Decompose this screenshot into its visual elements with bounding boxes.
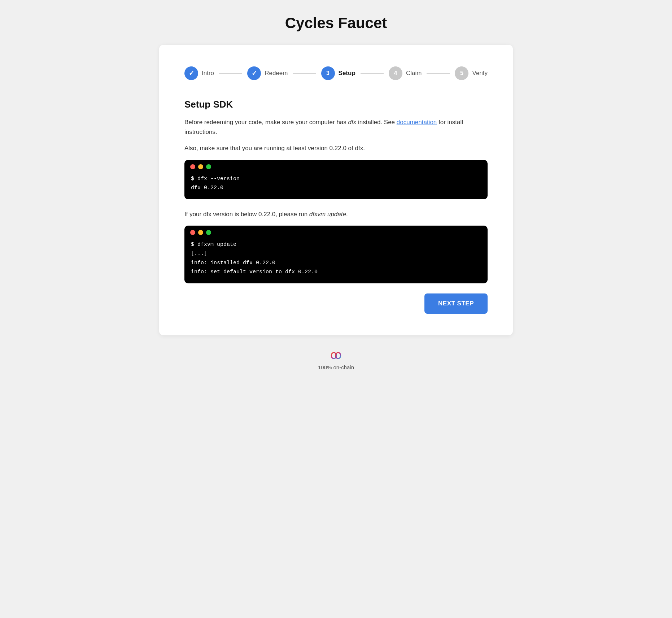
footer-tagline: 100% on-chain — [318, 364, 354, 370]
terminal-1-dot-yellow — [198, 164, 203, 169]
description-1: Before redeeming your code, make sure yo… — [184, 117, 488, 137]
step-number-setup: 3 — [326, 70, 330, 77]
step-label-redeem: Redeem — [265, 70, 288, 77]
step-circle-claim: 4 — [389, 66, 402, 80]
step-connector-4 — [427, 73, 450, 74]
terminal-2-body: $ dfxvm update [...] info: installed dfx… — [184, 239, 488, 283]
terminal-1-line-1: $ dfx --version — [191, 174, 481, 184]
step-connector-2 — [293, 73, 316, 74]
step-connector-3 — [361, 73, 384, 74]
description-3: If your dfx version is below 0.22.0, ple… — [184, 209, 488, 219]
terminal-2-line-2: [...] — [191, 249, 481, 258]
terminal-2-titlebar — [184, 226, 488, 239]
main-card: Intro Redeem 3 Setup 4 Claim — [159, 45, 513, 335]
step-connector-1 — [219, 73, 242, 74]
step-circle-setup: 3 — [321, 66, 335, 80]
description-2: Also, make sure that you are running at … — [184, 143, 488, 153]
step-label-intro: Intro — [202, 70, 214, 77]
step-label-claim: Claim — [406, 70, 422, 77]
step-intro: Intro — [184, 66, 214, 80]
step-label-verify: Verify — [472, 70, 488, 77]
desc1-before: Before redeeming your code, make sure yo… — [184, 119, 348, 126]
terminal-2-line-3: info: installed dfx 0.22.0 — [191, 258, 481, 268]
step-redeem: Redeem — [247, 66, 288, 80]
desc3-italic: dfxvm update — [309, 211, 346, 218]
step-circle-redeem — [247, 66, 261, 80]
step-verify: 5 Verify — [455, 66, 488, 80]
checkmark-icon-intro — [189, 69, 194, 77]
step-claim: 4 Claim — [389, 66, 422, 80]
desc1-italic: dfx — [348, 119, 357, 126]
terminal-2-dot-green — [206, 230, 211, 235]
step-label-setup: Setup — [339, 70, 355, 77]
desc1-after-italic: installed. See — [356, 119, 397, 126]
footer: 100% on-chain — [318, 350, 354, 370]
page-title: Cycles Faucet — [285, 14, 387, 32]
step-circle-verify: 5 — [455, 66, 468, 80]
step-setup: 3 Setup — [321, 66, 355, 80]
next-step-button[interactable]: NEXT STEP — [424, 293, 488, 314]
icp-logo — [327, 350, 345, 361]
checkmark-icon-redeem — [252, 69, 257, 77]
terminal-1-titlebar — [184, 160, 488, 173]
step-number-claim: 4 — [394, 70, 397, 77]
terminal-1: $ dfx --version dfx 0.22.0 — [184, 160, 488, 199]
step-number-verify: 5 — [460, 70, 463, 77]
step-circle-intro — [184, 66, 198, 80]
stepper: Intro Redeem 3 Setup 4 Claim — [184, 66, 488, 80]
terminal-1-dot-green — [206, 164, 211, 169]
documentation-link[interactable]: documentation — [397, 119, 437, 126]
terminal-2: $ dfxvm update [...] info: installed dfx… — [184, 226, 488, 283]
terminal-2-line-1: $ dfxvm update — [191, 240, 481, 249]
terminal-2-line-4: info: set default version to dfx 0.22.0 — [191, 267, 481, 277]
terminal-1-body: $ dfx --version dfx 0.22.0 — [184, 173, 488, 199]
terminal-2-dot-red — [190, 230, 195, 235]
terminal-1-line-2: dfx 0.22.0 — [191, 183, 481, 193]
terminal-2-dot-yellow — [198, 230, 203, 235]
terminal-1-dot-red — [190, 164, 195, 169]
desc3-after: . — [346, 211, 348, 218]
section-title: Setup SDK — [184, 99, 488, 110]
desc3-before: If your dfx version is below 0.22.0, ple… — [184, 211, 309, 218]
